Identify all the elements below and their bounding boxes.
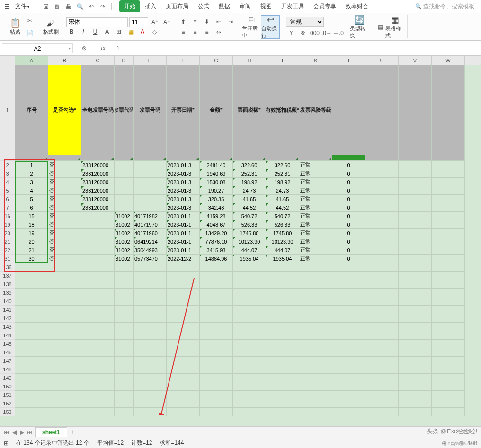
cell-W7[interactable] bbox=[432, 203, 465, 212]
cell-A137[interactable] bbox=[15, 272, 48, 280]
cell-G143[interactable] bbox=[200, 323, 233, 331]
cell-D147[interactable] bbox=[115, 357, 134, 365]
cell-C140[interactable] bbox=[81, 297, 115, 306]
cell-U3[interactable] bbox=[365, 169, 399, 178]
cell-E5[interactable] bbox=[134, 186, 167, 195]
filter-dropdown-V[interactable] bbox=[399, 155, 432, 161]
cell-T5[interactable]: 0 bbox=[332, 186, 365, 195]
cell-V136[interactable] bbox=[399, 263, 432, 272]
header-cell-W[interactable] bbox=[432, 65, 465, 155]
cell-T147[interactable] bbox=[332, 357, 365, 365]
tab-formula[interactable]: 公式 bbox=[193, 0, 214, 12]
cell-W3[interactable] bbox=[432, 169, 465, 178]
cell-V152[interactable] bbox=[399, 399, 432, 408]
cell-B146[interactable] bbox=[48, 348, 81, 357]
col-head-I[interactable]: I bbox=[266, 56, 299, 65]
cell-T7[interactable]: 0 bbox=[332, 203, 365, 212]
cell-U21[interactable] bbox=[365, 237, 399, 246]
cell-H141[interactable] bbox=[233, 306, 266, 314]
cell-T149[interactable] bbox=[332, 374, 365, 382]
cell-T145[interactable] bbox=[332, 340, 365, 348]
cell-I150[interactable] bbox=[266, 382, 299, 391]
cell-E21[interactable]: 06419214 bbox=[134, 237, 167, 246]
cell-U16[interactable] bbox=[365, 212, 399, 220]
cell-A2[interactable]: 1 bbox=[15, 161, 48, 169]
cell-A141[interactable] bbox=[15, 306, 48, 314]
row-head-7[interactable]: 7 bbox=[0, 203, 15, 212]
search-input[interactable]: 查找命令、搜索模板 bbox=[415, 2, 479, 10]
font-size-combo[interactable] bbox=[129, 17, 148, 27]
cell-S140[interactable] bbox=[299, 297, 332, 306]
sheet-nav-first[interactable]: ⏮ bbox=[3, 429, 10, 436]
align-mid-icon[interactable]: ≡ bbox=[190, 17, 200, 27]
cell-I5[interactable]: 24.73 bbox=[266, 186, 299, 195]
row-head-146[interactable]: 146 bbox=[0, 348, 15, 357]
col-head-H[interactable]: H bbox=[233, 56, 266, 65]
cell-E139[interactable] bbox=[134, 289, 167, 297]
cell-W142[interactable] bbox=[432, 314, 465, 323]
cell-U136[interactable] bbox=[365, 263, 399, 272]
cell-B2[interactable]: 否 bbox=[48, 161, 81, 169]
cell-I147[interactable] bbox=[266, 357, 299, 365]
cell-U2[interactable] bbox=[365, 161, 399, 169]
cell-G21[interactable]: 77876.10 bbox=[200, 237, 233, 246]
cell-G3[interactable]: 1940.69 bbox=[200, 169, 233, 178]
bold-button[interactable]: B bbox=[66, 26, 77, 37]
cell-G141[interactable] bbox=[200, 306, 233, 314]
type-convert-button[interactable]: 🔄类型转换 bbox=[350, 15, 369, 39]
cell-A148[interactable] bbox=[15, 365, 48, 374]
filter-dropdown-C[interactable] bbox=[81, 155, 115, 161]
cell-V139[interactable] bbox=[399, 289, 432, 297]
cell-A151[interactable] bbox=[15, 391, 48, 399]
tab-start[interactable]: 开始 bbox=[119, 0, 140, 12]
col-head-D[interactable]: D bbox=[115, 56, 134, 65]
cell-U146[interactable] bbox=[365, 348, 399, 357]
underline-button[interactable]: U bbox=[90, 26, 100, 37]
cell-A144[interactable] bbox=[15, 331, 48, 340]
cell-U138[interactable] bbox=[365, 280, 399, 289]
cell-H19[interactable]: 526.33 bbox=[233, 220, 266, 229]
cell-I140[interactable] bbox=[266, 297, 299, 306]
header-cell-H[interactable]: 票面税额* bbox=[233, 65, 266, 155]
cell-G20[interactable]: 13429.20 bbox=[200, 229, 233, 237]
cell-W5[interactable] bbox=[432, 186, 465, 195]
cell-T152[interactable] bbox=[332, 399, 365, 408]
cell-D153[interactable] bbox=[115, 408, 134, 416]
cell-F152[interactable] bbox=[167, 399, 200, 408]
cell-U5[interactable] bbox=[365, 186, 399, 195]
cell-B149[interactable] bbox=[48, 374, 81, 382]
cell-H145[interactable] bbox=[233, 340, 266, 348]
cell-B153[interactable] bbox=[48, 408, 81, 416]
cell-S4[interactable]: 正常 bbox=[299, 178, 332, 186]
filter-dropdown-H[interactable] bbox=[233, 155, 266, 161]
cell-G148[interactable] bbox=[200, 365, 233, 374]
cell-T2[interactable]: 0 bbox=[332, 161, 365, 169]
tab-review[interactable]: 审阅 bbox=[235, 0, 256, 12]
cell-S152[interactable] bbox=[299, 399, 332, 408]
cell-E136[interactable] bbox=[134, 263, 167, 272]
cell-G4[interactable]: 1530.08 bbox=[200, 178, 233, 186]
cell-A5[interactable]: 4 bbox=[15, 186, 48, 195]
name-box[interactable]: A2 bbox=[2, 43, 73, 53]
cell-W136[interactable] bbox=[432, 263, 465, 272]
cell-H147[interactable] bbox=[233, 357, 266, 365]
indent-inc-icon[interactable]: ⇥ bbox=[225, 17, 236, 27]
cell-A150[interactable] bbox=[15, 382, 48, 391]
copy-icon[interactable]: 📄 bbox=[25, 28, 35, 38]
cell-V5[interactable] bbox=[399, 186, 432, 195]
cell-U152[interactable] bbox=[365, 399, 399, 408]
cell-S2[interactable]: 正常 bbox=[299, 161, 332, 169]
cell-E146[interactable] bbox=[134, 348, 167, 357]
cell-T150[interactable] bbox=[332, 382, 365, 391]
cell-B6[interactable]: 否 bbox=[48, 195, 81, 203]
col-head-V[interactable]: V bbox=[399, 56, 432, 65]
cell-E2[interactable] bbox=[134, 161, 167, 169]
cell-U137[interactable] bbox=[365, 272, 399, 280]
cell-D21[interactable]: 31002 bbox=[115, 237, 134, 246]
cell-E143[interactable] bbox=[134, 323, 167, 331]
header-cell-D[interactable]: 发票代码 bbox=[115, 65, 134, 155]
cell-T144[interactable] bbox=[332, 331, 365, 340]
cell-B5[interactable]: 否 bbox=[48, 186, 81, 195]
col-head-C[interactable]: C bbox=[81, 56, 115, 65]
cell-F31[interactable]: 2022-12-2 bbox=[167, 255, 200, 263]
